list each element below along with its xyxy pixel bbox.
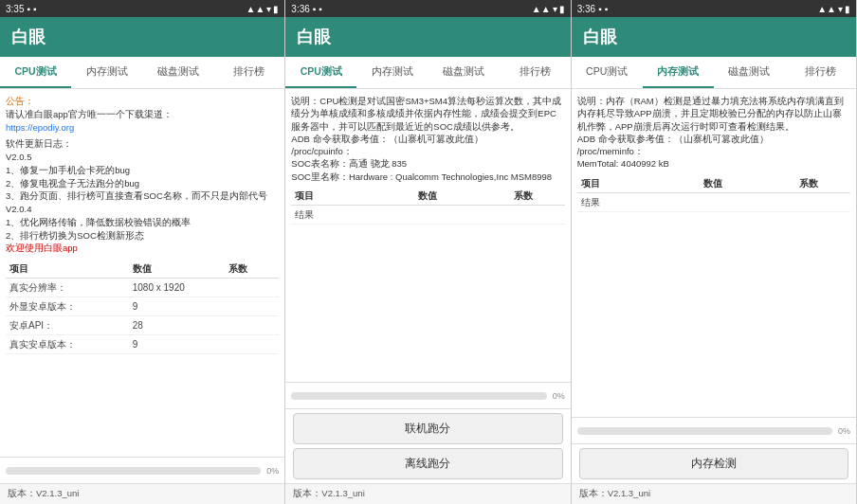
action-buttons-3: 内存检测 — [572, 443, 856, 483]
data-table-3: 项目 数值 系数 结果 — [577, 174, 850, 212]
tab-cpu-2[interactable]: CPU测试 — [285, 57, 356, 88]
status-bar-1: 3:35 ▪ ▪ ▲▲ ▾ ▮ — [0, 0, 284, 17]
v204-changes: 1、优化网络传输，降低数据校验错误的概率2、排行榜切换为SOC检测新形态 — [6, 216, 279, 243]
progress-bar-2 — [291, 392, 546, 400]
tab-ram-2[interactable]: 内存测试 — [356, 57, 428, 88]
action-buttons-2: 联机跑分 离线跑分 — [285, 408, 570, 483]
row4-item: 真实安卓版本： — [6, 334, 129, 353]
offline-score-button[interactable]: 离线跑分 — [293, 448, 562, 479]
result-val-3 — [700, 192, 795, 211]
footer-2: 版本：V2.1.3_uni — [285, 483, 570, 504]
time-2: 3:36 — [291, 4, 309, 14]
table-row: 真实分辨率： 1080 x 1920 — [6, 278, 279, 297]
row3-score — [225, 315, 280, 334]
panel-2: 3:36 ▪ ▪ ▲▲ ▾ ▮ 白眼 CPU测试 内存测试 磁盘测试 排行榜 说… — [285, 0, 571, 504]
welcome-text: 欢迎使用白眼app — [6, 242, 279, 255]
tab-rank-2[interactable]: 排行榜 — [500, 57, 571, 88]
announcement-url: https://epodiy.org — [6, 122, 74, 133]
status-left-2: 3:36 ▪ ▪ — [291, 4, 322, 14]
th-score-3: 系数 — [795, 174, 850, 193]
table-row: 安卓API： 28 — [6, 315, 279, 334]
status-right-1: ▲▲ ▾ ▮ — [246, 4, 280, 14]
footer-3: 版本：V2.1.3_uni — [572, 483, 856, 504]
th-item-2: 项目 — [291, 187, 414, 206]
memory-check-button[interactable]: 内存检测 — [579, 448, 848, 479]
tab-ram-1[interactable]: 内存测试 — [71, 57, 142, 88]
th-item-3: 项目 — [577, 174, 701, 193]
progress-label-2: 0% — [553, 391, 565, 401]
battery-2: ▮ — [559, 4, 565, 14]
table-row: 结果 — [577, 192, 850, 211]
announcement-block: 公告： 请认准白眼app官方唯一一个下载渠道： https://epodiy.o… — [6, 95, 279, 134]
battery-3: ▮ — [845, 4, 850, 14]
changelog-title: 软件更新日志： — [6, 137, 279, 151]
signal-icon-2: ▪ — [313, 4, 317, 14]
app-header-3: 白眼 — [572, 17, 856, 57]
desc-3: 说明：内存（RAM）检测是通过暴力填充法将系统内存填满直到内存耗尽导致APP崩溃… — [577, 95, 850, 171]
row1-score — [225, 278, 280, 297]
announcement-title: 公告： — [6, 96, 34, 106]
result-val-2 — [414, 206, 510, 225]
tab-ram-3[interactable]: 内存测试 — [643, 57, 714, 88]
status-left-1: 3:35 ▪ ▪ — [6, 4, 37, 14]
tab-cpu-3[interactable]: CPU测试 — [572, 57, 643, 88]
table-row: 外显安卓版本： 9 — [6, 297, 279, 315]
v205-changes: 1、修复一加手机会卡死的bug2、修复电视盒子无法跑分的bug3、跑分页面、排行… — [6, 164, 279, 203]
row3-val: 28 — [129, 315, 225, 334]
th-val-3: 数值 — [700, 174, 795, 193]
result-score-3 — [795, 192, 850, 211]
version-1: 版本：V2.1.3_uni — [8, 488, 79, 500]
row4-val: 9 — [129, 334, 225, 353]
app-header-2: 白眼 — [285, 17, 570, 57]
signal-icon-1: ▪ — [27, 4, 30, 14]
v205: V2.0.5 — [6, 151, 279, 164]
tab-bar-1: CPU测试 内存测试 磁盘测试 排行榜 — [0, 57, 284, 89]
row3-item: 安卓API： — [6, 315, 129, 334]
tab-bar-2: CPU测试 内存测试 磁盘测试 排行榜 — [285, 57, 570, 89]
content-1: 公告： 请认准白眼app官方唯一一个下载渠道： https://epodiy.o… — [0, 89, 284, 457]
wifi-icon-2: ▪ — [319, 4, 322, 14]
panel-3: 3:36 ▪ ▪ ▲▲ ▾ ▮ 白眼 CPU测试 内存测试 磁盘测试 排行榜 说… — [572, 0, 857, 504]
row2-val: 9 — [129, 297, 225, 315]
v204: V2.0.4 — [6, 203, 279, 216]
tab-rank-3[interactable]: 排行榜 — [785, 57, 856, 88]
progress-area-3: 0% — [572, 417, 856, 443]
row4-score — [225, 334, 280, 353]
signal-bars-1: ▲▲ — [246, 4, 265, 14]
progress-bar-3 — [577, 427, 832, 435]
status-bar-3: 3:36 ▪ ▪ ▲▲ ▾ ▮ — [572, 0, 856, 17]
tab-disk-2[interactable]: 磁盘测试 — [428, 57, 499, 88]
changelog-block: 软件更新日志： V2.0.5 1、修复一加手机会卡死的bug2、修复电视盒子无法… — [6, 137, 279, 242]
tab-disk-3[interactable]: 磁盘测试 — [714, 57, 785, 88]
tab-bar-3: CPU测试 内存测试 磁盘测试 排行榜 — [572, 57, 856, 89]
tab-cpu-1[interactable]: CPU测试 — [0, 57, 71, 88]
status-right-3: ▲▲ ▾ ▮ — [817, 4, 850, 14]
th-item-1: 项目 — [6, 260, 129, 279]
battery-1: ▮ — [273, 4, 279, 14]
result-score-2 — [510, 206, 565, 225]
result-label-3: 结果 — [577, 192, 701, 211]
app-title-1: 白眼 — [11, 26, 46, 48]
progress-area-2: 0% — [285, 382, 570, 408]
app-header-1: 白眼 — [0, 17, 284, 57]
tab-rank-1[interactable]: 排行榜 — [213, 57, 284, 88]
time-1: 3:35 — [6, 4, 24, 14]
content-2: 说明：CPU检测是对试国密SM3+SM4算法每秒运算次数，其中成绩分为单核成绩和… — [285, 89, 570, 382]
wifi-icon-1: ▪ — [33, 4, 37, 14]
content-3: 说明：内存（RAM）检测是通过暴力填充法将系统内存填满直到内存耗尽导致APP崩溃… — [572, 89, 856, 417]
wifi-bars-2: ▾ — [553, 4, 557, 14]
app-title-3: 白眼 — [583, 26, 617, 48]
th-score-2: 系数 — [510, 187, 565, 206]
signal-bars-3: ▲▲ — [817, 4, 836, 14]
result-label-2: 结果 — [291, 206, 414, 225]
signal-icon-3: ▪ — [598, 4, 602, 14]
online-score-button[interactable]: 联机跑分 — [293, 413, 562, 444]
status-left-3: 3:36 ▪ ▪ — [577, 4, 609, 14]
data-table-2: 项目 数值 系数 结果 — [291, 187, 564, 225]
progress-label-1: 0% — [266, 466, 279, 476]
time-3: 3:36 — [577, 4, 595, 14]
row1-item: 真实分辨率： — [6, 278, 129, 297]
row2-item: 外显安卓版本： — [6, 297, 129, 315]
tab-disk-1[interactable]: 磁盘测试 — [142, 57, 213, 88]
progress-label-3: 0% — [838, 426, 850, 436]
